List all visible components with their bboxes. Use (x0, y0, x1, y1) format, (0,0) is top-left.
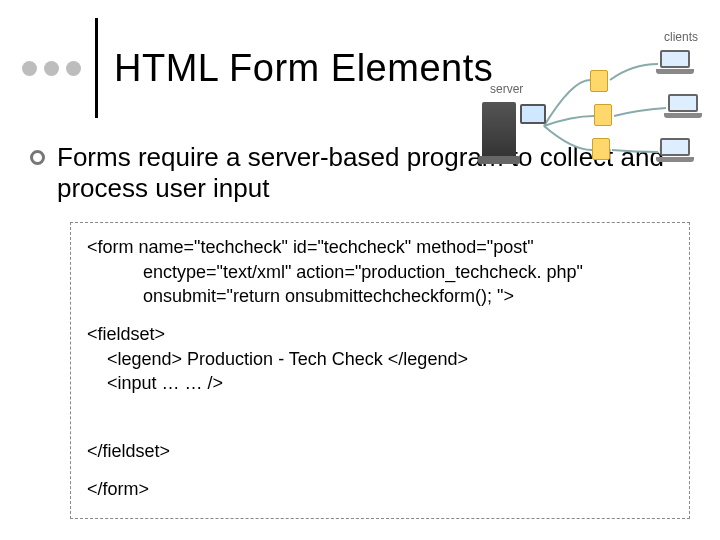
decorative-dots (22, 61, 81, 76)
code-line: <fieldset> (87, 324, 165, 344)
slide-body: Forms require a server-based program to … (0, 118, 720, 519)
laptop-icon (664, 94, 702, 118)
code-line: <legend> Production - Tech Check </legen… (87, 347, 673, 371)
code-form-open: <form name="techcheck" id="techcheck" me… (87, 235, 673, 308)
code-line: </form> (87, 479, 149, 499)
document-icon (592, 138, 610, 160)
laptop-icon (656, 138, 694, 162)
bullet-circle-icon (30, 150, 45, 165)
code-line: enctype="text/xml" action="production_te… (87, 260, 673, 284)
code-fieldset-block: <fieldset> <legend> Production - Tech Ch… (87, 322, 673, 395)
dot-icon (66, 61, 81, 76)
code-line: onsubmit="return onsubmittechcheckform()… (87, 284, 673, 308)
document-icon (594, 104, 612, 126)
dot-icon (22, 61, 37, 76)
slide-title: HTML Form Elements (114, 47, 493, 90)
code-line: <form name="techcheck" id="techcheck" me… (87, 237, 534, 257)
code-line: </fieldset> (87, 441, 170, 461)
server-icon (482, 102, 516, 158)
dot-icon (44, 61, 59, 76)
laptop-icon (656, 50, 694, 74)
document-icon (590, 70, 608, 92)
code-form-close: </form> (87, 477, 673, 501)
title-divider (95, 18, 98, 118)
code-fieldset-close: </fieldset> (87, 439, 673, 463)
client-server-diagram: server clients (472, 30, 702, 170)
server-label: server (490, 82, 523, 96)
code-line: <input … … /> (87, 371, 673, 395)
clients-label: clients (664, 30, 698, 44)
code-example-box: <form name="techcheck" id="techcheck" me… (70, 222, 690, 518)
monitor-icon (520, 104, 546, 124)
